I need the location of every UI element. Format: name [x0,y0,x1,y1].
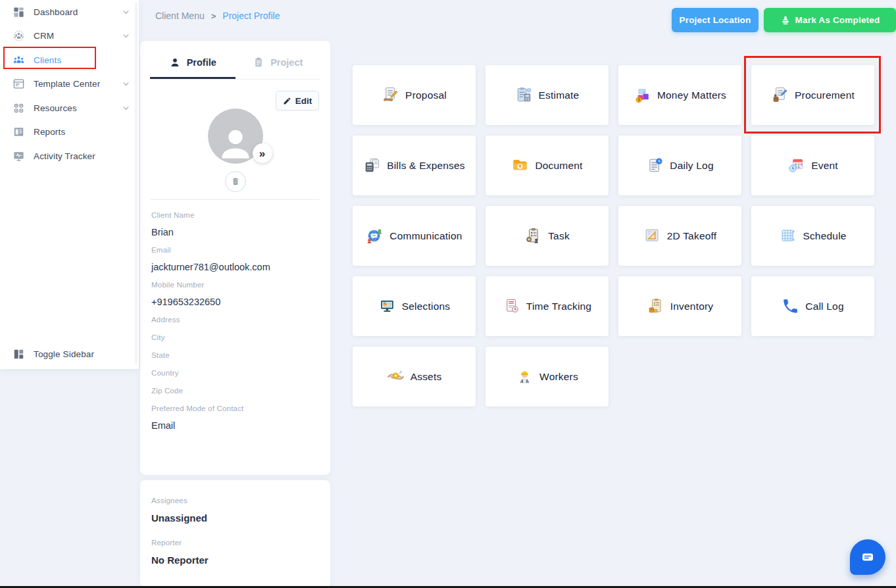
sidebar-item-label: Template Center [34,79,100,89]
field-label: Preferred Mode of Contact [151,404,321,412]
module-card-label: Selections [402,301,451,312]
field-label: Country [151,369,321,377]
field-label: State [151,351,321,359]
module-card-workers[interactable]: Workers [485,347,609,406]
daily-log-icon [646,157,664,174]
sidebar-item-clients[interactable]: Clients [0,48,139,72]
edit-label: Edit [295,96,312,106]
tab-project[interactable]: Project [236,41,321,79]
chevron-down-icon[interactable] [121,31,131,41]
assets-icon [387,368,405,385]
module-card-call-log[interactable]: Call Log [751,276,874,336]
module-card-label: 2D Takeoff [667,230,717,242]
mark-as-completed-button[interactable]: Mark As Completed [764,8,896,32]
module-card-time-tracking[interactable]: Time Tracking [485,276,609,336]
module-card-label: Event [811,160,838,172]
toggle-sidebar-label: Toggle Sidebar [34,349,94,359]
trash-icon [231,177,240,186]
module-card-label: Proposal [405,89,447,101]
time-tracking-icon [503,297,520,315]
field-label: City [151,333,321,341]
sidebar-nav: DashboardCRMClientsTemplate CenterResour… [0,0,139,168]
field-label: Client Name [151,211,321,219]
edit-button[interactable]: Edit [276,91,319,110]
bills-expenses-icon [363,157,381,174]
module-card-assets[interactable]: Assets [353,347,476,406]
chevron-down-icon[interactable] [121,7,131,17]
assignment-panel: AssigneesUnassignedReporterNo Reporter [140,480,330,588]
project-location-button[interactable]: Project Location [672,8,759,32]
module-card-label: Document [535,160,582,172]
module-card-label: Inventory [670,301,714,312]
module-card-procurement[interactable]: Procurement [751,65,874,125]
module-card-task[interactable]: Task [485,206,609,266]
sidebar-item-label: Reports [34,127,65,137]
field-label: Address [151,316,321,324]
event-icon [787,157,805,174]
field-label: Email [151,246,321,254]
module-card-document[interactable]: Document [485,135,609,195]
profile-panel: ProfileProject Edit » Client NameBrianEm… [140,41,330,475]
document-icon [511,157,529,174]
field-preferred-mode-of-contact: Preferred Mode of ContactEmail [151,404,321,431]
module-card-proposal[interactable]: Proposal [353,65,476,125]
chat-launcher-button[interactable] [850,539,885,575]
project-tab-icon [253,57,264,68]
breadcrumb: Client Menu > Project Profile [155,11,280,21]
sidebar-item-reports[interactable]: Reports [0,120,139,145]
sidebar-item-label: Dashboard [34,7,78,17]
module-card-money-matters[interactable]: Money Matters [618,65,741,125]
field-reporter: ReporterNo Reporter [151,539,319,566]
field-label: Assignees [151,497,319,504]
module-card-2d-takeoff[interactable]: 2D Takeoff [618,206,741,266]
sidebar-item-resources[interactable]: Resources [0,96,139,120]
module-card-schedule[interactable]: Schedule [751,206,874,266]
sidebar-item-label: Clients [34,55,61,65]
project-location-label: Project Location [680,15,751,25]
field-city: City [151,333,321,341]
chevron-down-icon[interactable] [121,79,131,89]
module-card-event[interactable]: Event [751,135,874,195]
expand-avatar-button[interactable]: » [253,143,272,163]
field-value: Unassigned [151,512,319,524]
sidebar-item-template-center[interactable]: Template Center [0,72,139,97]
module-card-selections[interactable]: Selections [353,276,476,336]
module-card-label: Time Tracking [526,301,591,312]
toggle-sidebar-button[interactable]: Toggle Sidebar [0,342,139,366]
delete-avatar-button[interactable] [225,171,246,192]
template-center-icon [12,78,25,91]
sidebar-item-crm[interactable]: CRM [0,24,139,49]
field-email: Emailjackturner781@outlook.com [151,246,321,272]
breadcrumb-client-menu[interactable]: Client Menu [155,11,205,21]
client-details: Client NameBrianEmailjackturner781@outlo… [151,211,321,439]
module-card-communication[interactable]: Communication [353,206,476,266]
module-card-daily-log[interactable]: Daily Log [618,135,741,195]
avatar-person-icon [214,120,257,164]
chevron-down-icon[interactable] [121,103,131,113]
money-matters-icon [634,86,651,104]
sidebar-item-label: CRM [34,31,54,41]
profile-tab-icon [169,57,181,68]
module-card-estimate[interactable]: Estimate [485,65,609,125]
module-card-bills-expenses[interactable]: Bills & Expenses [353,135,476,195]
module-card-label: Task [548,230,570,242]
module-card-inventory[interactable]: Inventory [618,276,741,336]
module-card-label: Schedule [803,230,846,242]
tab-label: Profile [187,57,216,68]
field-country: Country [151,369,321,377]
module-card-label: Assets [411,371,442,383]
sidebar-item-label: Activity Tracker [34,151,95,161]
procurement-icon [771,86,789,104]
inventory-icon [647,297,664,315]
dashboard-icon [12,5,25,18]
field-value: +919653232650 [151,297,321,307]
communication-icon [366,227,384,245]
module-card-label: Daily Log [670,160,713,172]
breadcrumb-project-profile[interactable]: Project Profile [222,11,280,21]
field-value: Email [151,420,321,431]
tab-profile[interactable]: Profile [150,41,236,79]
sidebar-item-dashboard[interactable]: Dashboard [0,0,139,24]
activity-tracker-icon [12,149,25,162]
sidebar-item-activity-tracker[interactable]: Activity Tracker [0,144,139,168]
divider [151,199,320,200]
